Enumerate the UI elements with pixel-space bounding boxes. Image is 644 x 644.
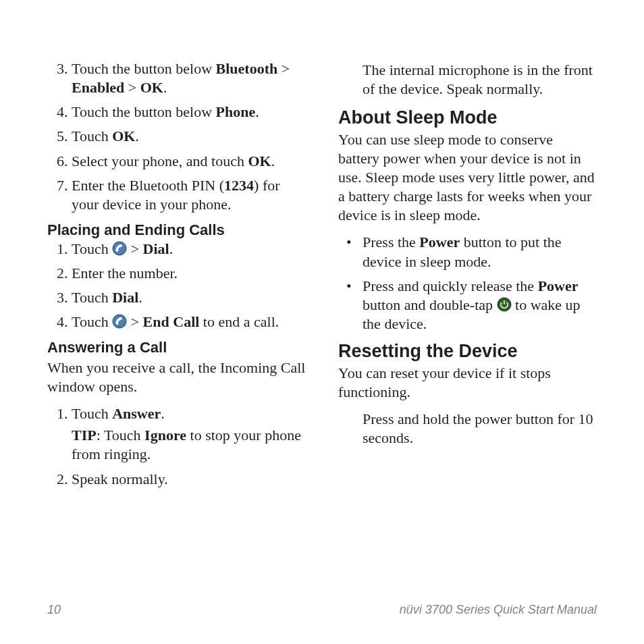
list-item: Press and quickly release the Power butt… [363, 277, 597, 333]
resetting-intro: You can reset your device if it stops fu… [338, 364, 597, 402]
manual-page: Touch the button below Bluetooth > Enabl… [0, 0, 644, 644]
right-column: The internal microphone is in the front … [338, 59, 597, 592]
list-item: Touch Dial. [72, 288, 306, 307]
phone-icon [112, 314, 127, 329]
list-item: Touch the button below Bluetooth > Enabl… [72, 59, 306, 97]
bluetooth-steps: Touch the button below Bluetooth > Enabl… [47, 59, 306, 214]
placing-calls-steps: Touch > Dial.Enter the number.Touch Dial… [47, 240, 306, 332]
list-item: Enter the Bluetooth PIN (1234) for your … [72, 176, 306, 214]
tip-text: TIP: Touch Ignore to stop your phone fro… [72, 426, 306, 464]
heading-placing-ending-calls: Placing and Ending Calls [47, 221, 306, 240]
list-item: Touch > Dial. [72, 240, 306, 259]
heading-resetting-device: Resetting the Device [338, 340, 597, 362]
heading-answering-call: Answering a Call [47, 338, 306, 357]
answering-call-steps: Touch Answer.TIP: Touch Ignore to stop y… [47, 404, 306, 489]
microphone-note: The internal microphone is in the front … [363, 61, 597, 99]
sleep-mode-intro: You can use sleep mode to conserve batte… [338, 130, 597, 225]
two-column-layout: Touch the button below Bluetooth > Enabl… [47, 59, 597, 592]
page-footer: 10 nüvi 3700 Series Quick Start Manual [47, 603, 597, 617]
list-item: Touch > End Call to end a call. [72, 313, 306, 331]
answering-call-intro: When you receive a call, the Incoming Ca… [47, 358, 306, 396]
left-column: Touch the button below Bluetooth > Enabl… [47, 59, 306, 592]
sleep-mode-bullets: Press the Power button to put the device… [338, 233, 597, 333]
list-item: Enter the number. [72, 264, 306, 283]
list-item: Touch the button below Phone. [72, 103, 306, 122]
phone-icon [112, 241, 127, 256]
page-number: 10 [47, 603, 61, 617]
resetting-step: Press and hold the power button for 10 s… [363, 410, 597, 448]
list-item: Touch OK. [72, 127, 306, 146]
power-icon [497, 297, 512, 312]
list-item: Press the Power button to put the device… [363, 233, 597, 271]
heading-about-sleep-mode: About Sleep Mode [338, 107, 597, 128]
manual-title: nüvi 3700 Series Quick Start Manual [400, 603, 597, 617]
list-item: Touch Answer.TIP: Touch Ignore to stop y… [72, 404, 306, 464]
list-item: Select your phone, and touch OK. [72, 152, 306, 171]
list-item: Speak normally. [72, 470, 306, 489]
